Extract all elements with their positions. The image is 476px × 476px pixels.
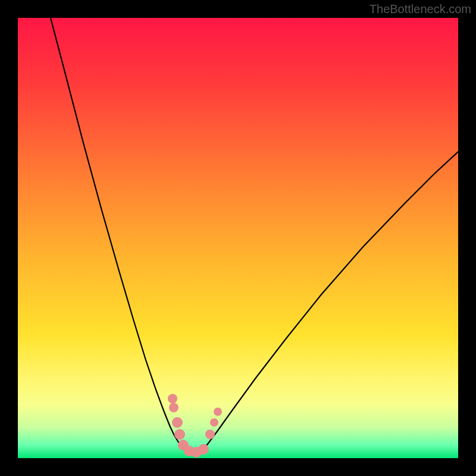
plot-area	[18, 18, 458, 458]
pink-marker	[168, 394, 177, 403]
watermark: TheBottleneck.com	[369, 2, 471, 16]
pink-marker	[172, 417, 183, 428]
right-curve	[203, 152, 458, 449]
pink-marker	[210, 418, 218, 427]
chart-svg	[18, 18, 458, 458]
pink-marker	[205, 430, 215, 439]
pink-marker	[174, 429, 185, 440]
left-curve	[51, 18, 183, 449]
pink-marker	[214, 408, 222, 416]
pink-marker	[198, 444, 209, 455]
pink-marker	[169, 403, 178, 412]
